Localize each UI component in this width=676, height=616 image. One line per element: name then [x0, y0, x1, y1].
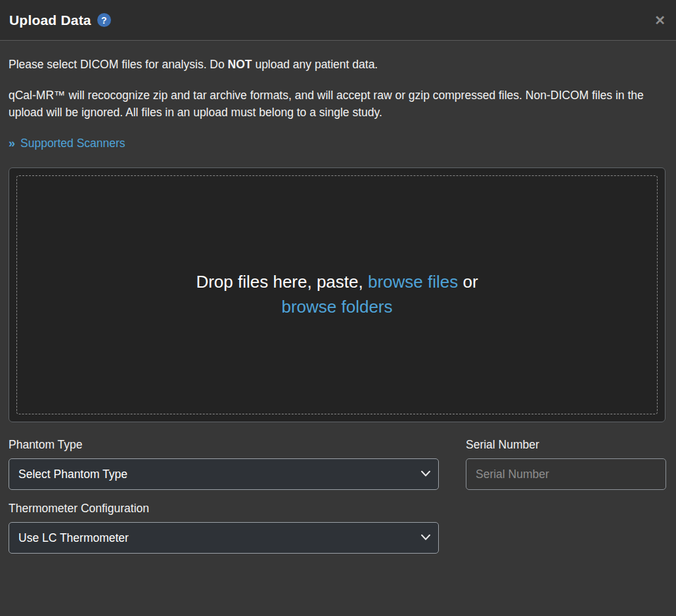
- form-left-column: Phantom Type Select Phantom Type Thermom…: [9, 438, 439, 554]
- supported-scanners-label: Supported Scanners: [20, 137, 125, 150]
- instruction-line-1-suffix: upload any patient data.: [252, 58, 378, 71]
- thermometer-config-select[interactable]: Use LC Thermometer: [9, 522, 439, 554]
- close-icon[interactable]: ✕: [654, 14, 665, 27]
- help-icon[interactable]: ?: [97, 13, 111, 27]
- dropzone-text-before: Drop files here, paste,: [196, 272, 368, 292]
- instruction-line-2: qCal-MR™ will recocognize zip and tar ar…: [9, 87, 665, 121]
- phantom-type-select[interactable]: Select Phantom Type: [9, 458, 439, 490]
- browse-files-link[interactable]: browse files: [368, 272, 458, 292]
- dropzone-text-or: or: [458, 272, 478, 292]
- instruction-line-1-bold: NOT: [228, 58, 252, 71]
- instruction-line-1-prefix: Please select DICOM files for analysis. …: [9, 58, 228, 71]
- form-area: Phantom Type Select Phantom Type Thermom…: [9, 438, 665, 554]
- page-title: Upload Data: [9, 12, 91, 28]
- dropzone-text: Drop files here, paste, browse files or …: [196, 270, 478, 319]
- supported-scanners-link[interactable]: »Supported Scanners: [9, 137, 125, 150]
- instruction-line-1: Please select DICOM files for analysis. …: [9, 56, 665, 73]
- form-right-column: Serial Number: [466, 438, 666, 554]
- phantom-type-label: Phantom Type: [9, 438, 439, 452]
- double-chevron-icon: »: [9, 137, 15, 150]
- browse-folders-link[interactable]: browse folders: [281, 297, 392, 317]
- file-drop-zone[interactable]: Drop files here, paste, browse files or …: [16, 175, 658, 414]
- thermometer-config-label: Thermometer Configuration: [9, 502, 439, 516]
- modal-body: Please select DICOM files for analysis. …: [0, 41, 676, 554]
- serial-number-label: Serial Number: [466, 438, 666, 452]
- modal-header: Upload Data ? ✕: [0, 0, 676, 41]
- serial-number-input[interactable]: [466, 458, 666, 490]
- dropzone-outer: Drop files here, paste, browse files or …: [9, 167, 665, 422]
